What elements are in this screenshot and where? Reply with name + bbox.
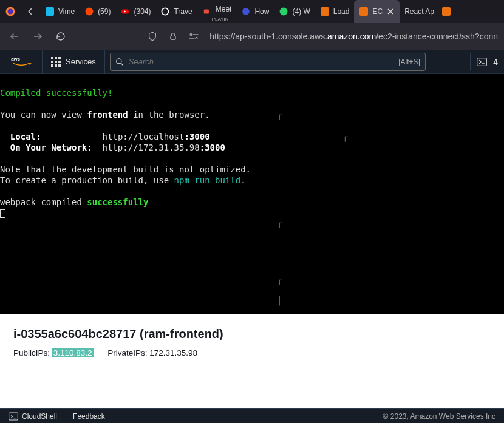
public-ip-value[interactable]: 3.110.83.2 <box>52 348 94 357</box>
feedback-label: Feedback <box>73 412 105 421</box>
private-ip-value: 172.31.35.98 <box>149 348 197 357</box>
network-label: On Your Network: <box>10 143 92 152</box>
instance-info-panel: i-0355a6c604bc28717 (ram-frontend) Publi… <box>0 314 504 408</box>
svg-rect-8 <box>203 10 208 14</box>
compile-status: Compiled successfully! <box>0 88 112 98</box>
svg-point-19 <box>190 34 192 36</box>
cloudshell-link[interactable]: CloudShell <box>9 412 57 421</box>
url-bar: https://ap-south-1.console.aws.amazon.co… <box>0 23 504 50</box>
cloudshell-icon[interactable] <box>470 53 487 70</box>
svg-point-3 <box>86 8 94 16</box>
tab-youtube[interactable]: (304) <box>115 0 155 23</box>
aws-search[interactable]: [Alt+S] <box>110 53 426 71</box>
aws-header: aws Services [Alt+S] 4 <box>0 50 504 74</box>
feedback-link[interactable]: Feedback <box>73 412 105 421</box>
tab-label: (4) W <box>292 7 310 16</box>
terminal[interactable]: Compiled successfully! You can now view … <box>0 74 504 314</box>
svg-point-21 <box>196 38 197 39</box>
svg-rect-18 <box>171 36 175 39</box>
svg-point-7 <box>163 8 168 14</box>
tab-label: Trave <box>174 7 192 16</box>
tab-react[interactable]: React Ap <box>400 0 439 23</box>
local-port: :3000 <box>184 132 209 141</box>
firefox-icon[interactable] <box>0 0 21 23</box>
tab-how[interactable]: How <box>236 0 274 23</box>
reddit-icon <box>84 7 94 16</box>
vimeo-icon <box>45 7 55 16</box>
ec2-favicon-icon <box>359 7 369 16</box>
network-url: http://172.31.35.98 <box>103 143 200 152</box>
meet-icon <box>202 7 212 16</box>
tab-scroll-left-icon[interactable] <box>21 0 40 23</box>
reload-button[interactable] <box>52 28 69 45</box>
tab-ec2[interactable]: EC <box>354 0 400 23</box>
back-button[interactable] <box>6 28 23 45</box>
tab-meet[interactable]: Meet PLAYIN <box>197 0 237 23</box>
aws-logo[interactable]: aws <box>0 50 43 74</box>
terminal-text: . <box>240 175 245 185</box>
url-input[interactable]: https://ap-south-1.console.aws.amazon.co… <box>209 32 498 41</box>
search-icon <box>115 58 124 66</box>
svg-point-34 <box>117 58 121 63</box>
header-overflow: 4 <box>493 57 498 67</box>
tab-subtitle: PLAYIN <box>212 16 229 22</box>
private-ip-label: PrivateIPs: <box>107 348 147 357</box>
forward-button[interactable] <box>29 28 46 45</box>
tab-load[interactable]: Load <box>315 0 355 23</box>
close-tab-icon[interactable] <box>386 7 395 16</box>
terminal-text: frontend <box>87 110 128 120</box>
tab-label: How <box>254 7 269 16</box>
svg-marker-24 <box>29 63 32 65</box>
tab-github[interactable]: Trave <box>155 0 197 23</box>
tab-whatsapp[interactable]: (4) W <box>274 0 315 23</box>
svg-rect-12 <box>359 7 368 16</box>
tab-label: React Ap <box>404 7 434 16</box>
search-shortcut: [Alt+S] <box>398 58 420 66</box>
terminal-text: You can now view <box>0 110 87 120</box>
tab-label: (59) <box>98 7 111 16</box>
instance-id: i-0355a6c604bc28717 <box>13 327 136 340</box>
tab-label: (304) <box>134 7 151 16</box>
tab-reddit[interactable]: (59) <box>80 0 115 23</box>
local-url: http://localhost <box>103 132 185 141</box>
search-input[interactable] <box>129 57 393 66</box>
tab-label: Vime <box>58 7 75 16</box>
svg-rect-15 <box>442 7 451 16</box>
svg-rect-31 <box>51 64 53 67</box>
svg-rect-25 <box>51 57 53 59</box>
svg-rect-38 <box>9 413 18 420</box>
webpack-status: webpack compiled <box>0 197 87 207</box>
npm-command: npm run build <box>174 175 241 185</box>
svg-rect-2 <box>46 7 54 16</box>
svg-rect-32 <box>55 64 57 67</box>
tab-overflow[interactable] <box>439 0 456 23</box>
tab-label: Meet <box>216 5 232 13</box>
svg-rect-30 <box>58 61 61 63</box>
svg-point-1 <box>8 9 13 15</box>
tab-label: Load <box>333 7 350 16</box>
permissions-icon[interactable] <box>186 29 201 44</box>
svg-point-9 <box>243 8 250 15</box>
public-ip-label: PublicIPs: <box>13 348 50 357</box>
svg-rect-29 <box>55 61 57 63</box>
cloudshell-label: CloudShell <box>22 412 57 421</box>
tab-vimeo[interactable]: Vime <box>40 0 80 23</box>
svg-rect-26 <box>55 57 57 59</box>
aws-favicon-icon <box>320 7 330 16</box>
svg-rect-27 <box>58 57 61 59</box>
services-menu[interactable]: Services <box>43 50 105 74</box>
youtube-icon <box>120 7 130 16</box>
svg-rect-11 <box>321 7 329 16</box>
instance-title: i-0355a6c604bc28717 (ram-frontend) <box>13 327 491 341</box>
webpack-status-value: successfully <box>87 197 148 207</box>
svg-rect-28 <box>51 61 53 63</box>
lock-icon[interactable] <box>166 29 180 44</box>
browser-tabs-bar: Vime (59) (304) Trave Meet PLAYIN How (4… <box>0 0 504 23</box>
svg-text:aws: aws <box>11 56 20 62</box>
svg-rect-36 <box>477 58 487 66</box>
shield-icon[interactable] <box>145 29 160 44</box>
copyright-text: © 2023, Amazon Web Services Inc <box>383 412 495 421</box>
url-text: https://ap-south-1.console.aws.amazon.co… <box>209 32 498 41</box>
services-label: Services <box>66 57 96 66</box>
generic-orange-icon <box>441 7 451 16</box>
